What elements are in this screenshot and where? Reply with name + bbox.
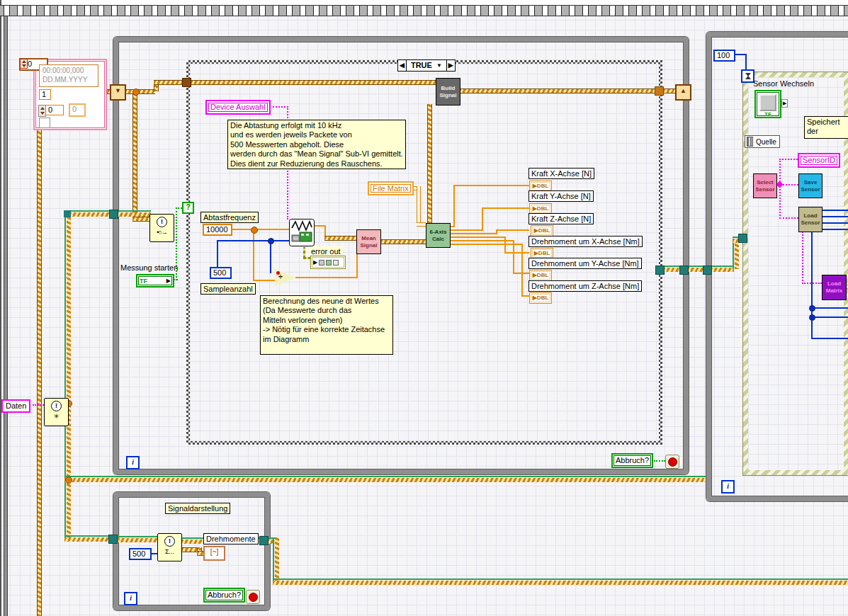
wire — [811, 232, 813, 339]
timestamp-line2: DD.MM.YYYY — [43, 76, 87, 84]
express-vi-start[interactable]: ! •○→ — [149, 214, 174, 242]
mean-signal-subvi[interactable]: Mean Signal — [356, 229, 381, 254]
case-prev-icon[interactable]: ◀ — [398, 60, 406, 71]
event-data-node-quelle[interactable]: Quelle — [745, 135, 780, 148]
device-auswahl-label[interactable]: Device Auswahl — [205, 100, 271, 115]
wire — [811, 338, 848, 339]
sample-constant[interactable]: 500 — [210, 267, 232, 279]
wire — [779, 159, 781, 219]
flat-sequence-left-border — [4, 15, 8, 616]
file-matrix-label[interactable]: File Matrix — [368, 181, 414, 195]
task-wire — [711, 266, 734, 272]
stepper-icon[interactable] — [38, 105, 46, 117]
wire — [450, 236, 506, 238]
cluster-value-2[interactable]: 0 — [45, 105, 64, 115]
six-axis-calc-subvi[interactable]: 6-Axis Calc — [426, 223, 451, 248]
task-wire — [273, 578, 848, 585]
sensor-wechseln-label: Sensor Wechseln — [753, 79, 814, 88]
diagram-left-edge — [0, 0, 1, 616]
task-wire — [273, 537, 279, 581]
dbl-terminal[interactable]: ▶DBL — [529, 270, 552, 281]
case-selector-terminal[interactable]: ? — [182, 202, 194, 214]
loop-condition-stop-button[interactable] — [246, 590, 260, 604]
tunnel[interactable] — [655, 86, 664, 96]
loop-condition-stop-button[interactable] — [665, 455, 679, 469]
load-sensor-subvi[interactable]: Load Sensor — [798, 207, 822, 232]
indicator-label: Kraft Z-Achse [N] — [528, 213, 594, 224]
abbruch-boolean[interactable]: Abbruch? — [611, 453, 653, 468]
cluster-value-3[interactable]: 0 — [69, 103, 86, 117]
daten-express-vi[interactable]: ! ✳ — [44, 398, 69, 426]
chevron-down-icon[interactable]: ▼ — [436, 60, 442, 71]
daq-assistant-icon[interactable] — [289, 219, 315, 249]
dbl-terminal[interactable]: ▶DBL — [529, 292, 552, 304]
warning-icon: ! — [164, 536, 175, 547]
tunnel[interactable] — [109, 210, 118, 219]
wire — [450, 229, 483, 231]
drehmomente-label: Drehmomente — [203, 533, 259, 544]
wire — [504, 252, 529, 253]
timestamp-constant[interactable]: 00:00:00,000DD.MM.YYYY — [39, 64, 98, 87]
wire — [802, 283, 822, 284]
wire — [427, 104, 432, 223]
sensor-wechseln-button[interactable]: TF — [754, 90, 781, 118]
wire — [217, 240, 289, 241]
dbl-terminal[interactable]: ▶DBL — [531, 225, 553, 236]
indicator-label: Kraft X-Achse [N] — [528, 168, 594, 179]
shift-register-right[interactable]: ▲ — [675, 84, 691, 101]
abbruch-boolean[interactable]: Abbruch? — [203, 588, 245, 603]
indicator-label: Drehmoment um Y-Achse [Nm] — [528, 258, 642, 269]
iteration-terminal[interactable]: i — [126, 456, 140, 469]
wire-junction — [268, 238, 274, 244]
wire — [269, 106, 288, 108]
case-next-icon[interactable]: ▶ — [447, 60, 455, 71]
indicator-label: Drehmoment um Z-Achse [Nm] — [528, 280, 642, 292]
wire — [482, 207, 529, 209]
wire — [654, 460, 665, 462]
wire — [132, 217, 151, 222]
case-structure[interactable] — [186, 60, 662, 445]
iteration-terminal[interactable]: i — [124, 592, 137, 605]
select-sensor-subvi[interactable]: Select Sensor — [753, 173, 777, 198]
daten-label[interactable]: Daten — [1, 399, 30, 413]
freq-constant[interactable]: 10000 — [203, 224, 232, 236]
cluster-boolean-constant[interactable] — [39, 118, 50, 128]
button-face[interactable] — [759, 94, 776, 111]
timestamp-line1: 00:00:00,000 — [43, 67, 84, 74]
build-signal-subvi[interactable]: Build Signal — [436, 78, 460, 105]
messung-starten-tf-control[interactable]: TF ▶ — [136, 274, 174, 287]
tunnel[interactable] — [108, 535, 118, 544]
task-wire — [64, 476, 706, 482]
tunnel[interactable] — [703, 266, 712, 275]
shift-register-left[interactable]: ▼ — [110, 84, 126, 101]
warning-icon: ! — [51, 401, 62, 411]
tunnel[interactable] — [182, 78, 191, 87]
iteration-terminal[interactable]: i — [721, 480, 735, 494]
abtastfrequenz-label: Abtastfrequenz — [200, 212, 259, 223]
wait-constant[interactable]: 100 — [713, 50, 735, 62]
load-matrix-subvi[interactable]: Load Matrix — [822, 275, 847, 300]
indicator-label: Drehmoment um X-Achse [Nm] — [528, 236, 643, 247]
case-selector[interactable]: ◀ TRUE▼ ▶ — [397, 59, 456, 72]
divide-glyph: ÷ — [278, 272, 283, 280]
tunnel[interactable] — [259, 536, 268, 545]
cluster-value-1[interactable]: 1 — [39, 89, 51, 100]
wire — [459, 89, 655, 93]
terminal-arrow-icon: ▶ — [781, 99, 788, 108]
tunnel[interactable] — [738, 234, 747, 243]
case-selector-value: TRUE — [411, 60, 432, 71]
collector-express-vi[interactable]: ! Σ... — [157, 533, 182, 561]
sampling-comment: Die Abtastung erfolgt mit 10 kHz und es … — [227, 120, 406, 169]
tunnel[interactable] — [679, 266, 689, 275]
sample-constant[interactable]: 500 — [129, 548, 152, 560]
wire — [482, 207, 483, 231]
sensor-id-label[interactable]: SensorID — [798, 153, 840, 168]
wire — [822, 222, 848, 224]
stepper-icon[interactable] — [20, 59, 28, 69]
wire — [450, 240, 514, 241]
tunnel[interactable] — [655, 266, 665, 275]
waveform-chart-terminal[interactable]: [~] — [203, 546, 225, 561]
signaldarstellung-label: Signaldarstellung — [165, 503, 230, 514]
save-sensor-subvi[interactable]: Save Sensor — [798, 173, 822, 198]
error-out-indicator[interactable]: ▶ — [310, 256, 346, 269]
